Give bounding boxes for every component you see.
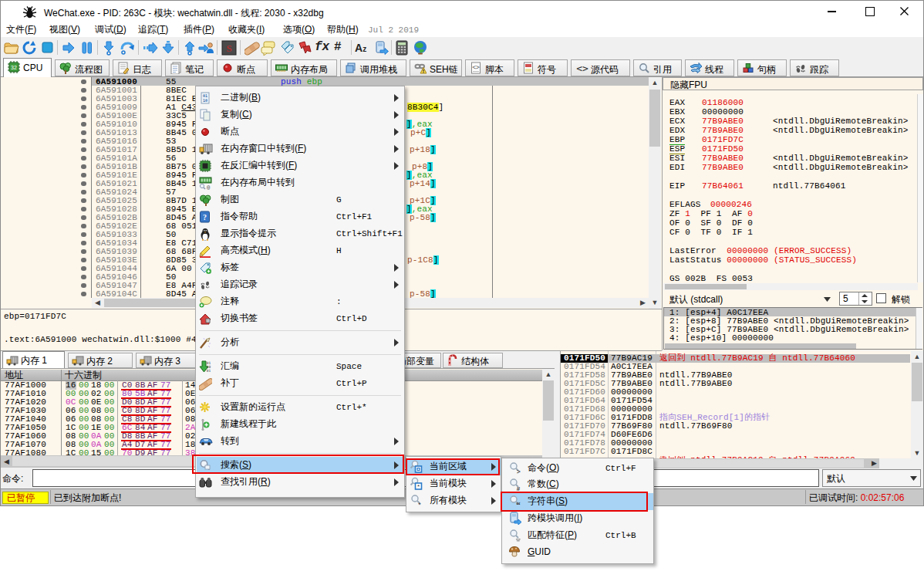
svg-text:#: #	[517, 485, 521, 492]
svg-text:32: 32	[11, 65, 17, 70]
svg-text:<>: <>	[472, 64, 480, 71]
svg-text:n: n	[207, 318, 209, 323]
svg-text:*: *	[417, 483, 420, 490]
svg-text:@: @	[207, 184, 211, 190]
svg-text:?: ?	[203, 213, 207, 221]
svg-text:01: 01	[207, 369, 211, 373]
svg-text:*: *	[418, 501, 421, 508]
svg-text:<>: <>	[576, 63, 588, 74]
svg-text:10: 10	[203, 98, 207, 103]
svg-text:>: >	[517, 468, 521, 475]
svg-text:S: S	[226, 42, 231, 54]
